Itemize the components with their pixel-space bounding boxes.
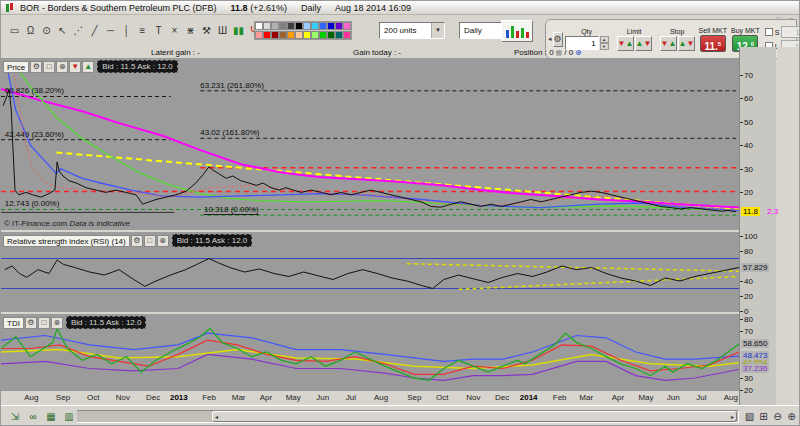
units-select[interactable]: 200 units ▼: [379, 22, 445, 39]
line-icon[interactable]: ╱: [87, 22, 102, 38]
ruler-icon[interactable]: ▭: [7, 22, 22, 38]
wrench-icon[interactable]: ⚙: [30, 61, 42, 73]
tools-icon[interactable]: ⚒: [199, 22, 214, 38]
attach-stop-checkbox[interactable]: [765, 28, 773, 36]
color-swatch[interactable]: [279, 31, 287, 39]
link-icon[interactable]: ∞: [25, 409, 41, 424]
text-icon[interactable]: T: [151, 22, 166, 38]
color-swatch[interactable]: [319, 31, 327, 39]
wrench-icon[interactable]: ⚙: [131, 235, 143, 247]
color-swatch[interactable]: [295, 22, 303, 30]
right-margin: [777, 47, 800, 405]
pointer-icon[interactable]: ↖: [55, 22, 70, 38]
mini-chart-button[interactable]: [501, 20, 533, 42]
window-chart-icon[interactable]: ▦: [43, 409, 59, 424]
zoom-out-icon[interactable]: ⊖: [771, 409, 784, 424]
rsi-pane[interactable]: Relative strength index (RSI) (14) ⚙ □ ⊗…: [1, 232, 739, 312]
vertical-line-icon[interactable]: │: [119, 22, 134, 38]
color-swatch[interactable]: [271, 31, 279, 39]
info-strip: Latent gain : - Gain today : - Position …: [1, 47, 800, 58]
window-icon[interactable]: □: [43, 61, 55, 73]
color-swatch[interactable]: [287, 22, 295, 30]
value-axis[interactable]: 70605040302011.82.3100804020057.82980703…: [739, 47, 776, 405]
fib-level-label: 42.449 (23.60%): [5, 130, 64, 139]
mini-chart-bar: [516, 31, 519, 38]
horizontal-line-icon[interactable]: ─: [103, 22, 118, 38]
chevron-down-icon[interactable]: ▼: [431, 23, 444, 38]
zoom-area-icon[interactable]: ⊞: [757, 409, 770, 424]
time-axis-month: May: [286, 393, 301, 402]
color-swatch[interactable]: [327, 22, 335, 30]
color-swatch[interactable]: [287, 31, 295, 39]
auto-scale-icon[interactable]: ▧: [743, 409, 756, 424]
color-swatch[interactable]: [327, 31, 335, 39]
color-swatch[interactable]: [271, 22, 279, 30]
zoom-in-icon[interactable]: ⊕: [785, 409, 798, 424]
close-icon[interactable]: ⊗: [56, 61, 68, 73]
color-swatch[interactable]: [263, 22, 271, 30]
close-icon[interactable]: ⊗: [157, 235, 169, 247]
tdi-value-badge: 37.236: [741, 364, 769, 373]
bars-icon[interactable]: ▥: [61, 409, 77, 424]
color-swatch[interactable]: [335, 22, 343, 30]
time-scrollbar[interactable]: ◂ ▸: [71, 410, 739, 423]
time-axis-month: Nov: [466, 393, 480, 402]
scroll-right-icon[interactable]: ▸: [731, 413, 734, 420]
mini-chart-bar: [526, 32, 529, 38]
position-search-icon[interactable]: ⊕: [575, 48, 582, 57]
snapshot-icon[interactable]: ⇲: [7, 409, 23, 424]
position-detail-icon[interactable]: ▦: [556, 49, 563, 57]
color-swatch[interactable]: [343, 22, 351, 30]
quick-sell-icon[interactable]: ▼: [69, 61, 81, 73]
axis-tick-label: 80: [744, 315, 774, 324]
color-swatch[interactable]: [319, 22, 327, 30]
price-pane[interactable]: Price ⚙ □ ⊗ ▼ ▲ Bid : 11.5 Ask : 12.0 © …: [1, 58, 739, 230]
scrollbar-thumb[interactable]: ◂ ▸: [212, 411, 737, 422]
axis-tick-mark: [740, 122, 743, 123]
trash-icon[interactable]: Ш: [215, 22, 230, 38]
attach-stop-value[interactable]: 10.0: [781, 26, 800, 38]
color-swatch[interactable]: [343, 31, 351, 39]
fib-level-label: 60.826 (38.20%): [5, 86, 64, 95]
scroll-left-icon[interactable]: ◂: [215, 413, 218, 420]
axis-tick-label: 100: [744, 232, 774, 241]
time-axis[interactable]: AugSepOctNovDec2013FebMarAprMayJunJulAug…: [1, 390, 739, 405]
time-axis-month: Feb: [553, 393, 567, 402]
angles-icon[interactable]: ⋇: [183, 22, 198, 38]
order-settings-button[interactable]: ⚙: [553, 32, 563, 47]
copyright-text: © IT-Finance.com: [4, 219, 69, 228]
time-axis-year: 2014: [520, 393, 538, 402]
wrench-icon[interactable]: ⚙: [25, 317, 37, 329]
tdi-pane[interactable]: TDI ⚙ □ ⊗ Bid : 11.5 Ask : 12.0: [1, 314, 739, 390]
color-swatch[interactable]: [279, 22, 287, 30]
alarm-icon[interactable]: Ω: [23, 22, 38, 38]
fib-retracement-icon[interactable]: ≡: [135, 22, 150, 38]
color-swatch[interactable]: [303, 22, 311, 30]
cross-icon[interactable]: ×: [167, 22, 182, 38]
color-swatch[interactable]: [303, 31, 311, 39]
stop-label: Stop: [670, 28, 684, 35]
color-swatch[interactable]: [255, 22, 263, 30]
point-line-icon[interactable]: ⋰: [71, 22, 86, 38]
magnifier-icon[interactable]: ⊙: [39, 22, 54, 38]
window-icon[interactable]: □: [144, 235, 156, 247]
title-bar: BOR - Borders & Southern Petroleum PLC (…: [1, 1, 800, 15]
copyright-italic: Data is indicative: [69, 219, 129, 228]
step-up-icon[interactable]: ▲: [600, 36, 609, 43]
collapse-arrow-icon[interactable]: ◂: [548, 35, 552, 43]
color-swatch[interactable]: [335, 31, 343, 39]
color-swatch[interactable]: [255, 31, 263, 39]
color-swatch[interactable]: [263, 31, 271, 39]
candlestick-icon[interactable]: ▮▮: [231, 22, 246, 38]
quick-buy-icon[interactable]: ▲: [82, 61, 94, 73]
color-swatch[interactable]: [295, 31, 303, 39]
fib-level-label: 10.318 (0.00%): [204, 205, 259, 215]
time-axis-month: Aug: [24, 393, 38, 402]
axis-tick-label: 20: [744, 386, 774, 395]
ma-magenta: [1, 89, 739, 207]
window-icon[interactable]: □: [38, 317, 50, 329]
color-swatch[interactable]: [311, 22, 319, 30]
color-swatch[interactable]: [311, 31, 319, 39]
close-icon[interactable]: ⊗: [51, 317, 63, 329]
axis-tick-mark: [740, 169, 743, 170]
